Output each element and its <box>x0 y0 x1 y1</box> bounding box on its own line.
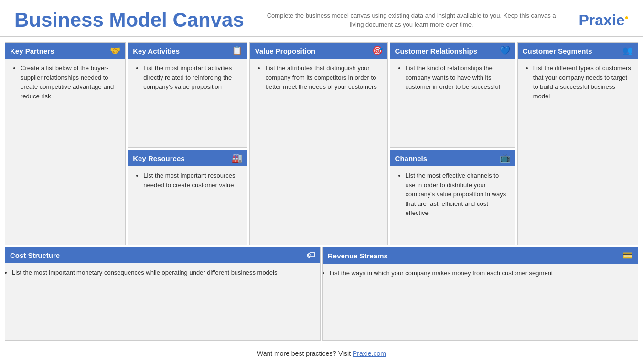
key-activities-col: Key Activities 📋 List the most important… <box>128 42 247 245</box>
key-resources-cell: Key Resources 🏭 List the most important … <box>128 150 247 245</box>
footer: Want more best practices? Visit Praxie.c… <box>5 343 638 364</box>
revenue-streams-icon: 💳 <box>622 250 633 261</box>
logo: Praxie● <box>579 11 629 29</box>
customer-segments-item: List the different types of customers th… <box>533 64 631 101</box>
top-section: Key Partners 🤝 Create a list below of th… <box>5 42 638 245</box>
key-resources-body: List the most important resources needed… <box>128 166 247 196</box>
key-activities-icon: 📋 <box>232 45 242 56</box>
revenue-streams-cell: Revenue Streams 💳 List the ways in which… <box>322 247 638 341</box>
revenue-streams-item: List the ways in which your company make… <box>330 268 631 278</box>
revenue-streams-body: List the ways in which your company make… <box>323 264 638 340</box>
key-resources-item: List the most important resources needed… <box>143 171 240 190</box>
revenue-streams-header: Revenue Streams 💳 <box>323 247 638 264</box>
key-partners-cell: Key Partners 🤝 Create a list below of th… <box>5 42 126 245</box>
channels-item: List the most effective channels to use … <box>406 171 508 218</box>
customer-relationships-cell: Customer Relationships 💙 List the kind o… <box>390 42 515 148</box>
key-partners-body: Create a list below of the buyer-supplie… <box>5 59 125 107</box>
key-partners-icon: 🤝 <box>110 45 120 56</box>
key-partners-header: Key Partners 🤝 <box>5 43 125 59</box>
cost-structure-item: List the most important monetary consequ… <box>12 268 313 278</box>
value-proposition-cell: Value Proposition 🎯 List the attributes … <box>249 42 387 245</box>
key-resources-icon: 🏭 <box>232 153 242 163</box>
main-grid: Key Partners 🤝 Create a list below of th… <box>0 37 643 364</box>
key-activities-title: Key Activities <box>133 47 180 55</box>
channels-header: Channels 📺 <box>390 150 515 166</box>
customer-segments-title: Customer Segments <box>523 47 592 55</box>
header-subtitle: Complete the business model canvas using… <box>244 11 579 30</box>
revenue-streams-title: Revenue Streams <box>328 252 388 260</box>
customer-segments-header: Customer Segments 👥 <box>518 43 638 59</box>
key-activities-cell: Key Activities 📋 List the most important… <box>128 42 247 148</box>
cost-structure-icon: 🏷 <box>307 250 315 260</box>
value-proposition-body: List the attributes that distinguish you… <box>250 59 387 98</box>
key-resources-title: Key Resources <box>133 154 184 162</box>
value-proposition-item: List the attributes that distinguish you… <box>265 64 380 92</box>
cost-structure-body: List the most important monetary consequ… <box>5 263 320 340</box>
page-title: Business Model Canvas <box>14 9 244 32</box>
key-partners-item: Create a list below of the buyer-supplie… <box>21 64 118 101</box>
customer-segments-body: List the different types of customers th… <box>518 59 638 107</box>
key-activities-item: List the most important activities direc… <box>143 64 240 92</box>
customer-relationships-item: List the kind of relationships the compa… <box>406 64 508 92</box>
bottom-section: Cost Structure 🏷 List the most important… <box>5 247 638 341</box>
channels-title: Channels <box>395 154 428 162</box>
key-activities-header: Key Activities 📋 <box>128 43 247 59</box>
channels-body: List the most effective channels to use … <box>390 166 515 225</box>
customer-relationships-header: Customer Relationships 💙 <box>390 43 515 59</box>
channels-icon: 📺 <box>500 153 510 163</box>
logo-dot: ● <box>625 13 629 21</box>
key-activities-body: List the most important activities direc… <box>128 59 247 98</box>
cost-structure-title: Cost Structure <box>10 251 60 259</box>
channels-cell: Channels 📺 List the most effective chann… <box>390 150 515 245</box>
cost-structure-cell: Cost Structure 🏷 List the most important… <box>5 247 321 341</box>
logo-text: Praxie <box>579 11 624 29</box>
value-proposition-header: Value Proposition 🎯 <box>250 43 387 59</box>
customer-rel-col: Customer Relationships 💙 List the kind o… <box>390 42 515 245</box>
customer-relationships-icon: 💙 <box>500 45 510 56</box>
value-proposition-icon: 🎯 <box>372 45 383 56</box>
customer-segments-cell: Customer Segments 👥 List the different t… <box>517 42 638 245</box>
customer-relationships-body: List the kind of relationships the compa… <box>390 59 515 98</box>
canvas-wrapper: Business Model Canvas Complete the busin… <box>0 0 643 364</box>
footer-link[interactable]: Praxie.com <box>353 350 386 357</box>
cost-structure-header: Cost Structure 🏷 <box>5 247 320 263</box>
key-partners-title: Key Partners <box>10 47 54 55</box>
header: Business Model Canvas Complete the busin… <box>0 0 643 37</box>
customer-segments-icon: 👥 <box>622 45 633 56</box>
key-resources-header: Key Resources 🏭 <box>128 150 247 166</box>
value-proposition-title: Value Proposition <box>255 47 315 55</box>
footer-text: Want more best practices? Visit <box>257 350 353 357</box>
customer-relationships-title: Customer Relationships <box>395 47 478 55</box>
